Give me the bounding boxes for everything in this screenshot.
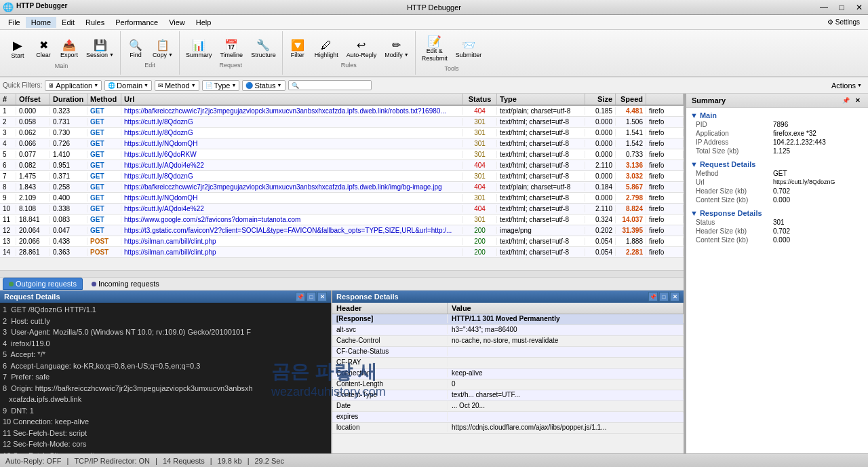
clear-button[interactable]: ✖ Clear bbox=[31, 37, 56, 61]
cell-url[interactable]: https://bafkreicczhcwwic7jr2jc3mpegujazv… bbox=[121, 183, 463, 191]
col-header-status[interactable]: Status bbox=[463, 94, 497, 105]
summary-close-button[interactable]: ✕ bbox=[853, 96, 863, 105]
status-size: 19.8 kb bbox=[218, 457, 242, 465]
search-box[interactable]: 🔍 bbox=[288, 80, 372, 90]
cell-url[interactable]: https://cutt.ly/6QdoRKW bbox=[121, 151, 463, 158]
session-button[interactable]: 💾 Session ▼ bbox=[83, 37, 117, 61]
method-val: GET bbox=[773, 170, 859, 177]
highlight-button[interactable]: 🖊 Highlight bbox=[311, 38, 342, 60]
resp-row[interactable]: Connection keep-alive bbox=[332, 369, 684, 379]
resp-row[interactable]: Content-Length 0 bbox=[332, 379, 684, 390]
cell-url[interactable]: https://cutt.ly/AQdoi4e%22 bbox=[121, 205, 463, 212]
edit-resubmit-button[interactable]: 📝 Edit & Resubmit bbox=[418, 34, 451, 64]
response-maximize-button[interactable]: □ bbox=[659, 292, 669, 301]
table-row[interactable]: 2 0.058 0.731 GET https://cutt.ly/8Qdozn… bbox=[0, 117, 684, 128]
status-filter[interactable]: 🔵 Status ▼ bbox=[242, 80, 285, 91]
method-filter[interactable]: ✉ Method ▼ bbox=[155, 80, 199, 91]
resp-row[interactable]: location https://cdnjs.cloudflare.com/aj… bbox=[332, 423, 684, 434]
application-filter[interactable]: 🖥 Application ▼ bbox=[45, 80, 102, 91]
cell-url[interactable]: https://cutt.ly/NQdomQH bbox=[121, 194, 463, 202]
table-row[interactable]: 10 8.108 0.338 GET https://cutt.ly/AQdoi… bbox=[0, 204, 684, 214]
response-close-button[interactable]: ✕ bbox=[670, 292, 679, 301]
resp-row[interactable]: expires bbox=[332, 412, 684, 423]
cell-url[interactable]: https://cutt.ly/8QdoznG bbox=[121, 172, 463, 180]
summary-section-main-title[interactable]: ▼ Main bbox=[689, 111, 865, 120]
cell-url[interactable]: https://www.google.com/s2/favicons?domai… bbox=[121, 216, 463, 223]
table-row[interactable]: 3 0.062 0.730 GET https://cutt.ly/8Qdozn… bbox=[0, 128, 684, 138]
cell-url[interactable]: https://silman.cam/bill/clint.php bbox=[121, 238, 463, 245]
table-row[interactable]: 13 20.066 0.438 POST https://silman.cam/… bbox=[0, 236, 684, 247]
resp-row[interactable]: [Response] HTTP/1.1 301 Moved Permanentl… bbox=[332, 314, 684, 325]
response-pin-button[interactable]: 📌 bbox=[648, 292, 658, 301]
h-scrollbar[interactable] bbox=[0, 270, 684, 277]
col-header-type[interactable]: Type bbox=[497, 94, 585, 105]
search-input[interactable] bbox=[300, 81, 368, 89]
menu-home[interactable]: Home bbox=[26, 17, 56, 28]
request-close-button[interactable]: ✕ bbox=[317, 292, 327, 301]
resp-row[interactable]: CF-RAY bbox=[332, 358, 684, 369]
type-filter[interactable]: 📄 Type ▼ bbox=[202, 80, 240, 91]
summary-pin-button[interactable]: 📌 bbox=[840, 96, 852, 105]
resp-row[interactable]: Cache-Control no-cache, no-store, must-r… bbox=[332, 336, 684, 347]
tab-incoming[interactable]: Incoming requests bbox=[85, 278, 165, 290]
menu-help[interactable]: Help bbox=[191, 17, 217, 28]
col-header-offset[interactable]: Offset bbox=[16, 94, 50, 105]
find-button[interactable]: 🔍 Find bbox=[123, 38, 148, 60]
cell-url[interactable]: https://cutt.ly/8QdoznG bbox=[121, 129, 463, 136]
structure-button[interactable]: 🔧 Structure bbox=[248, 38, 279, 60]
actions-button[interactable]: Actions ▼ bbox=[828, 80, 865, 91]
resp-row[interactable]: alt-svc h3=":443"; ma=86400 bbox=[332, 325, 684, 336]
settings-button[interactable]: ⚙ Settings bbox=[822, 17, 865, 27]
table-row[interactable]: 11 18.841 0.083 GET https://www.google.c… bbox=[0, 214, 684, 225]
filter-button[interactable]: 🔽 Filter bbox=[285, 38, 310, 60]
menu-rules[interactable]: Rules bbox=[80, 17, 110, 28]
menu-file[interactable]: File bbox=[3, 17, 26, 28]
col-header-url[interactable]: Url bbox=[121, 94, 463, 105]
cell-url[interactable]: https://bafkreicczhcwwic7jr2jc3mpegujazv… bbox=[121, 107, 463, 115]
copy-button[interactable]: 📋 Copy ▼ bbox=[149, 38, 176, 60]
table-row[interactable]: 9 2.109 0.400 GET https://cutt.ly/NQdomQ… bbox=[0, 193, 684, 204]
table-row[interactable]: 1 0.000 0.323 GET https://bafkreicczhcww… bbox=[0, 106, 684, 117]
col-header-num[interactable]: # bbox=[0, 94, 16, 105]
table-row[interactable]: 6 0.082 0.951 GET https://cutt.ly/AQdoi4… bbox=[0, 160, 684, 171]
close-button[interactable]: ✕ bbox=[850, 0, 868, 15]
timeline-button[interactable]: 📅 Timeline bbox=[216, 38, 246, 60]
autoreply-button[interactable]: ↩ Auto-Reply bbox=[343, 38, 380, 60]
cell-url[interactable]: https://cutt.ly/NQdomQH bbox=[121, 140, 463, 147]
tab-outgoing[interactable]: Outgoing requests bbox=[3, 278, 83, 290]
summary-section-req-title[interactable]: ▼ Request Details bbox=[689, 160, 865, 169]
export-button[interactable]: 📤 Export bbox=[57, 37, 81, 61]
col-header-duration[interactable]: Duration bbox=[50, 94, 87, 105]
start-button[interactable]: ▶ Start bbox=[5, 37, 30, 61]
request-pin-button[interactable]: 📌 bbox=[296, 292, 305, 301]
cell-url[interactable]: https://cutt.ly/8QdoznG bbox=[121, 118, 463, 126]
minimize-button[interactable]: — bbox=[815, 0, 833, 15]
menu-edit[interactable]: Edit bbox=[56, 17, 80, 28]
table-row[interactable]: 5 0.077 1.410 GET https://cutt.ly/6QdoRK… bbox=[0, 149, 684, 160]
resp-row[interactable]: CF-Cache-Status bbox=[332, 347, 684, 358]
col-header-size[interactable]: Size bbox=[585, 94, 616, 105]
domain-filter[interactable]: 🌐 Domain ▼ bbox=[104, 80, 152, 91]
menu-view[interactable]: View bbox=[163, 17, 191, 28]
req-line-11: 10 Connection: keep-alive bbox=[3, 416, 328, 428]
cell-url[interactable]: https://silman.cam/bill/clint.php bbox=[121, 248, 463, 256]
menu-performance[interactable]: Performance bbox=[110, 17, 163, 28]
modify-button[interactable]: ✏ Modify ▼ bbox=[381, 38, 412, 60]
resp-row[interactable]: Content-Type text/h... charset=UTF... bbox=[332, 390, 684, 401]
submitter-button[interactable]: 📨 Submitter bbox=[452, 34, 486, 64]
table-row[interactable]: 8 1.843 0.258 GET https://bafkreicczhcww… bbox=[0, 182, 684, 193]
table-row[interactable]: 14 28.861 0.363 POST https://silman.cam/… bbox=[0, 247, 684, 258]
table-row[interactable]: 4 0.066 0.726 GET https://cutt.ly/NQdomQ… bbox=[0, 138, 684, 149]
maximize-button[interactable]: □ bbox=[833, 0, 850, 15]
col-header-speed[interactable]: Speed bbox=[616, 94, 646, 105]
request-maximize-button[interactable]: □ bbox=[307, 292, 316, 301]
table-row[interactable]: 12 20.064 0.047 GET https://t3.gstatic.c… bbox=[0, 225, 684, 236]
col-header-method[interactable]: Method bbox=[87, 94, 121, 105]
col-header-browser[interactable] bbox=[646, 94, 684, 105]
summary-section-resp-title[interactable]: ▼ Response Details bbox=[689, 208, 865, 218]
table-row[interactable]: 7 1.475 0.371 GET https://cutt.ly/8Qdozn… bbox=[0, 171, 684, 182]
resp-row[interactable]: Date ... Oct 20... bbox=[332, 401, 684, 412]
cell-url[interactable]: https://cutt.ly/AQdoi4e%22 bbox=[121, 162, 463, 169]
summary-button[interactable]: 📊 Summary bbox=[182, 38, 216, 60]
cell-url[interactable]: https://t3.gstatic.com/faviconV2?client=… bbox=[121, 227, 463, 234]
